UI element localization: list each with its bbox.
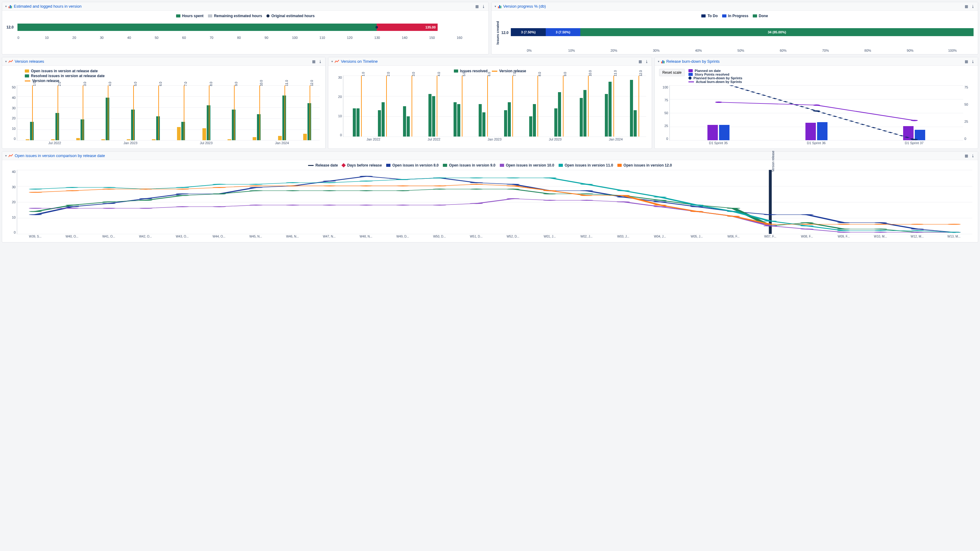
svg-point-115: [176, 189, 189, 190]
svg-point-41: [323, 191, 336, 191]
svg-point-105: [764, 221, 777, 222]
download-icon[interactable]: ⭳: [645, 59, 649, 64]
svg-point-130: [727, 216, 740, 217]
svg-point-38: [213, 194, 226, 194]
svg-point-55: [837, 229, 850, 230]
hours-x-axis: 0102030405060708090100110120130140150160: [18, 36, 484, 40]
svg-point-99: [543, 178, 557, 178]
table-view-icon[interactable]: ▦: [965, 4, 968, 9]
svg-point-15: [323, 181, 336, 182]
table-view-icon[interactable]: ▦: [638, 59, 642, 64]
chevron-down-icon[interactable]: ▾: [495, 5, 496, 8]
svg-point-116: [213, 187, 226, 188]
panel-title: Version releases: [15, 59, 312, 64]
svg-point-83: [910, 232, 924, 233]
svg-point-5: [911, 120, 918, 121]
svg-point-10: [139, 198, 153, 199]
download-icon[interactable]: ⭳: [318, 59, 322, 64]
svg-point-63: [176, 206, 189, 207]
chevron-down-icon[interactable]: ▾: [5, 60, 7, 63]
svg-point-117: [249, 186, 263, 186]
svg-point-44: [433, 189, 447, 190]
svg-point-74: [580, 200, 593, 201]
svg-point-97: [470, 178, 483, 178]
download-icon[interactable]: ⭳: [482, 4, 485, 9]
download-icon[interactable]: ⭳: [971, 154, 975, 158]
legend-comparison: Release date Days before release Open is…: [6, 163, 974, 167]
svg-point-85: [29, 189, 42, 190]
panel-title: Estimated and logged hours in version: [14, 4, 475, 9]
svg-point-119: [323, 186, 336, 186]
chevron-down-icon[interactable]: ▾: [5, 5, 7, 8]
svg-point-136: [947, 224, 961, 225]
svg-point-68: [360, 205, 373, 206]
svg-point-109: [910, 230, 924, 232]
svg-point-22: [580, 191, 593, 191]
svg-point-35: [102, 202, 116, 202]
svg-point-48: [580, 194, 593, 194]
releases-chart: 1.02.03.04.05.06.07.08.09.010.011.012.0: [17, 86, 320, 140]
chevron-down-icon[interactable]: ▾: [658, 60, 659, 63]
svg-point-127: [617, 195, 630, 196]
table-view-icon[interactable]: ▦: [965, 59, 968, 64]
svg-point-29: [837, 222, 850, 223]
svg-point-90: [213, 184, 226, 185]
svg-point-30: [874, 222, 887, 223]
svg-point-59: [29, 208, 42, 209]
svg-point-33: [29, 211, 42, 212]
reset-scale-button[interactable]: Reset scale: [659, 69, 685, 76]
svg-point-71: [470, 203, 483, 204]
svg-point-13: [249, 187, 263, 188]
svg-point-2: [911, 139, 918, 140]
legend-releases: Open issues in version at release date R…: [25, 69, 321, 83]
download-icon[interactable]: ⭳: [971, 59, 975, 64]
svg-point-40: [286, 191, 299, 191]
table-view-icon[interactable]: ▦: [475, 4, 479, 9]
svg-point-75: [617, 202, 630, 202]
svg-point-47: [543, 194, 557, 194]
legend-burndown: Planned on date Story Points resolved Pl…: [689, 69, 742, 84]
panel-head-hours: ▾ Estimated and logged hours in version …: [2, 2, 488, 11]
svg-point-64: [213, 206, 226, 207]
svg-point-124: [506, 186, 520, 186]
svg-point-37: [176, 195, 189, 196]
svg-point-80: [800, 229, 814, 230]
svg-point-1: [813, 111, 820, 112]
chevron-down-icon[interactable]: ▾: [5, 154, 7, 157]
panel-title: Versions on Timeline: [341, 59, 638, 64]
svg-point-20: [506, 184, 520, 185]
svg-point-128: [653, 205, 667, 206]
svg-point-96: [433, 178, 447, 178]
svg-point-102: [653, 197, 667, 198]
chevron-down-icon[interactable]: ▾: [331, 60, 333, 63]
svg-point-93: [323, 183, 336, 183]
panel-title: Open issues in version comparison by rel…: [15, 153, 965, 158]
svg-point-28: [800, 214, 814, 215]
table-view-icon[interactable]: ▦: [312, 59, 315, 64]
svg-point-134: [874, 224, 887, 225]
svg-point-79: [764, 225, 777, 227]
svg-point-104: [727, 211, 740, 212]
svg-point-123: [470, 184, 483, 185]
svg-point-95: [396, 179, 410, 180]
svg-point-94: [360, 181, 373, 182]
svg-point-132: [800, 224, 814, 225]
table-view-icon[interactable]: ▦: [965, 154, 968, 158]
svg-point-70: [433, 205, 447, 206]
svg-point-34: [65, 205, 79, 206]
download-icon[interactable]: ⭳: [971, 4, 975, 9]
svg-point-19: [470, 183, 483, 183]
svg-point-108: [874, 230, 887, 232]
svg-point-50: [653, 200, 667, 201]
progress-bar: 3 (7.50%) 3 (7.50%) 34 (85.00%): [511, 28, 974, 36]
svg-point-86: [65, 187, 79, 188]
svg-point-107: [837, 230, 850, 232]
svg-point-67: [323, 205, 336, 206]
progress-ylabel: Issues created: [496, 21, 500, 44]
svg-point-52: [727, 208, 740, 209]
svg-point-43: [396, 191, 410, 191]
svg-point-66: [286, 205, 299, 206]
svg-point-112: [65, 191, 79, 191]
svg-point-7: [29, 214, 42, 215]
svg-point-42: [360, 191, 373, 191]
